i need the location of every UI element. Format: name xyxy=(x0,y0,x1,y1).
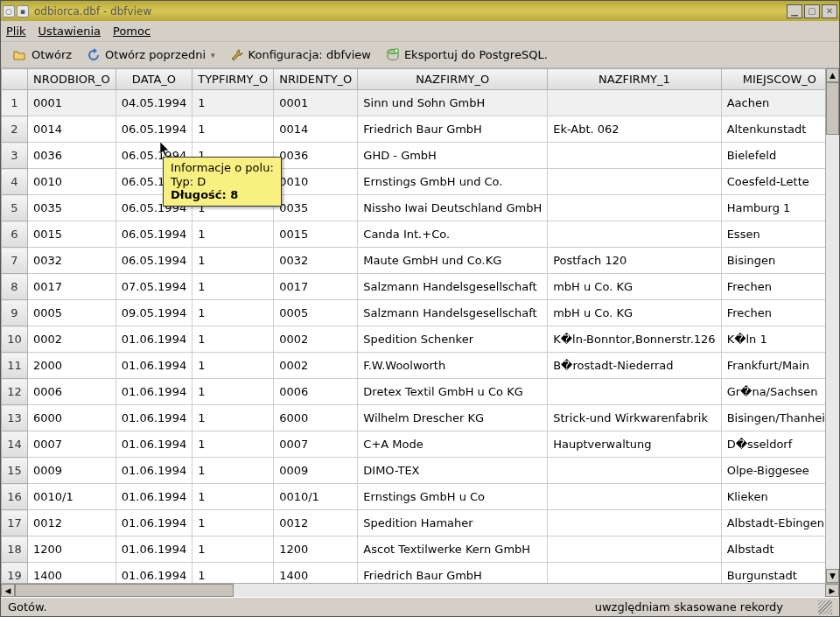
cell[interactable]: 0006 xyxy=(274,379,358,405)
cell[interactable]: F.W.Woolworth xyxy=(358,353,548,379)
cell[interactable]: 1 xyxy=(192,458,274,484)
menu-settings[interactable]: Ustawienia xyxy=(38,25,101,38)
scroll-thumb[interactable] xyxy=(15,584,234,597)
system-menu[interactable]: ○ ▪ xyxy=(3,5,29,18)
cell[interactable]: Nissho Iwai Deutschland GmbH xyxy=(358,195,548,221)
cell[interactable] xyxy=(548,90,721,116)
cell[interactable]: Bisingen/Thanhein xyxy=(721,405,825,431)
cell[interactable]: 0001 xyxy=(28,90,116,116)
row-number[interactable]: 4 xyxy=(2,169,28,195)
table-row[interactable]: 7003206.05.199410032Maute GmbH und Co.KG… xyxy=(2,248,826,274)
cell[interactable]: mbH u Co. KG xyxy=(548,274,721,300)
cell[interactable]: 0010 xyxy=(28,169,116,195)
cell[interactable] xyxy=(548,563,721,584)
cell[interactable]: 0007 xyxy=(28,431,116,458)
cell[interactable]: 1400 xyxy=(28,563,116,584)
cell[interactable]: 06.05.1994 xyxy=(116,248,192,274)
cell[interactable]: 1 xyxy=(192,484,274,510)
table-row[interactable]: 4001006.05.199410010Ernstings GmbH und C… xyxy=(2,169,826,195)
cell[interactable]: 0012 xyxy=(28,510,116,536)
table-row[interactable]: 12000601.06.199410006Dretex Textil GmbH … xyxy=(2,379,826,405)
row-number[interactable]: 13 xyxy=(2,405,28,431)
cell[interactable]: 1 xyxy=(192,563,274,584)
cell[interactable]: Sinn und Sohn GmbH xyxy=(358,90,548,116)
scroll-up-button[interactable]: ▲ xyxy=(826,68,839,82)
export-button[interactable]: Eksportuj do PostgreSQL. xyxy=(379,45,554,66)
row-number[interactable]: 5 xyxy=(2,195,28,221)
table-row[interactable]: 5003506.05.199410035Nissho Iwai Deutschl… xyxy=(2,195,826,221)
table-row[interactable]: 19140001.06.199411400Friedrich Baur GmbH… xyxy=(2,563,826,584)
cell[interactable]: 06.05.1994 xyxy=(116,116,192,143)
cell[interactable]: 1 xyxy=(192,300,274,326)
col-header[interactable]: DATA_O xyxy=(116,69,192,90)
cell[interactable]: 1 xyxy=(192,326,274,353)
cell[interactable]: Ernstings GmbH und Co. xyxy=(358,169,548,195)
cell[interactable]: Frechen xyxy=(721,274,825,300)
cell[interactable]: Klieken xyxy=(721,484,825,510)
resize-grip-icon[interactable] xyxy=(818,600,832,614)
cell[interactable]: Aachen xyxy=(721,90,825,116)
cell[interactable]: 1200 xyxy=(28,536,116,563)
cell[interactable]: Salzmann Handelsgesellschaft xyxy=(358,274,548,300)
cell[interactable]: 0017 xyxy=(28,274,116,300)
menu-help[interactable]: Pomoc xyxy=(113,25,150,38)
cell[interactable]: Frankfurt/Main xyxy=(721,353,825,379)
row-number[interactable]: 19 xyxy=(2,563,28,584)
maximize-button[interactable]: ▢ xyxy=(804,4,820,18)
scroll-left-button[interactable]: ◀ xyxy=(1,584,15,597)
cell[interactable]: 0010/1 xyxy=(28,484,116,510)
cell[interactable]: 0036 xyxy=(28,143,116,169)
table-row[interactable]: 8001707.05.199410017Salzmann Handelsgese… xyxy=(2,274,826,300)
table-row[interactable]: 13600001.06.199416000Wilhelm Drescher KG… xyxy=(2,405,826,431)
cell[interactable]: 01.06.1994 xyxy=(116,379,192,405)
table-row[interactable]: 14000701.06.199410007C+A ModeHauptverwal… xyxy=(2,431,826,458)
cell[interactable] xyxy=(548,510,721,536)
cell[interactable]: Hauptverwaltung xyxy=(548,431,721,458)
cell[interactable]: 01.06.1994 xyxy=(116,563,192,584)
horizontal-scrollbar[interactable]: ◀ ▶ xyxy=(1,583,839,597)
cell[interactable]: 1 xyxy=(192,405,274,431)
cell[interactable]: 01.06.1994 xyxy=(116,484,192,510)
cell[interactable]: Dretex Textil GmbH u Co KG xyxy=(358,379,548,405)
table-row[interactable]: 18120001.06.199411200Ascot Textilwerke K… xyxy=(2,536,826,563)
cell[interactable]: mbH u Co. KG xyxy=(548,300,721,326)
cell[interactable] xyxy=(548,484,721,510)
cell[interactable]: 6000 xyxy=(28,405,116,431)
cell[interactable]: 09.05.1994 xyxy=(116,300,192,326)
cell[interactable]: 1200 xyxy=(274,536,358,563)
cell[interactable]: 04.05.1994 xyxy=(116,90,192,116)
scroll-track[interactable] xyxy=(826,135,839,569)
col-header[interactable]: NAZFIRMY_O xyxy=(358,69,548,90)
open-button[interactable]: Otwórz xyxy=(6,45,78,66)
cell[interactable]: 0005 xyxy=(274,300,358,326)
row-number[interactable]: 9 xyxy=(2,300,28,326)
cell[interactable]: Altenkunstadt xyxy=(721,116,825,143)
row-number[interactable]: 14 xyxy=(2,431,28,458)
table-row[interactable]: 17001201.06.199410012Spedition HamaherAl… xyxy=(2,510,826,536)
cell[interactable]: D�sseldorf xyxy=(721,431,825,458)
scroll-right-button[interactable]: ▶ xyxy=(825,584,839,597)
cell[interactable]: 1 xyxy=(192,536,274,563)
col-header[interactable]: NRIDENTY_O xyxy=(274,69,358,90)
titlebar[interactable]: ○ ▪ odbiorca.dbf - dbfview ▁ ▢ ✕ xyxy=(1,1,839,21)
open-previous-button[interactable]: Otwórz poprzedni ▾ xyxy=(80,45,220,66)
cell[interactable]: B�rostadt-Niederrad xyxy=(548,353,721,379)
cell[interactable]: 0009 xyxy=(274,458,358,484)
cell[interactable]: 01.06.1994 xyxy=(116,326,192,353)
row-number[interactable]: 6 xyxy=(2,221,28,248)
table-row[interactable]: 15000901.06.199410009DIMO-TEXOlpe-Bigges… xyxy=(2,458,826,484)
cell[interactable]: 0007 xyxy=(274,431,358,458)
cell[interactable]: 1400 xyxy=(274,563,358,584)
cell[interactable]: 0014 xyxy=(274,116,358,143)
row-number[interactable]: 11 xyxy=(2,353,28,379)
cell[interactable]: 01.06.1994 xyxy=(116,353,192,379)
cell[interactable]: 01.06.1994 xyxy=(116,431,192,458)
chevron-down-icon[interactable]: ▾ xyxy=(211,51,215,60)
cell[interactable]: Friedrich Baur GmbH xyxy=(358,563,548,584)
cell[interactable]: Burgunstadt xyxy=(721,563,825,584)
corner-header[interactable] xyxy=(2,69,28,90)
col-header[interactable]: TYPFIRMY_O xyxy=(192,69,274,90)
row-number[interactable]: 7 xyxy=(2,248,28,274)
table-row[interactable]: 3003606.05.199410036GHD - GmbHBielefeld xyxy=(2,143,826,169)
row-number[interactable]: 18 xyxy=(2,536,28,563)
